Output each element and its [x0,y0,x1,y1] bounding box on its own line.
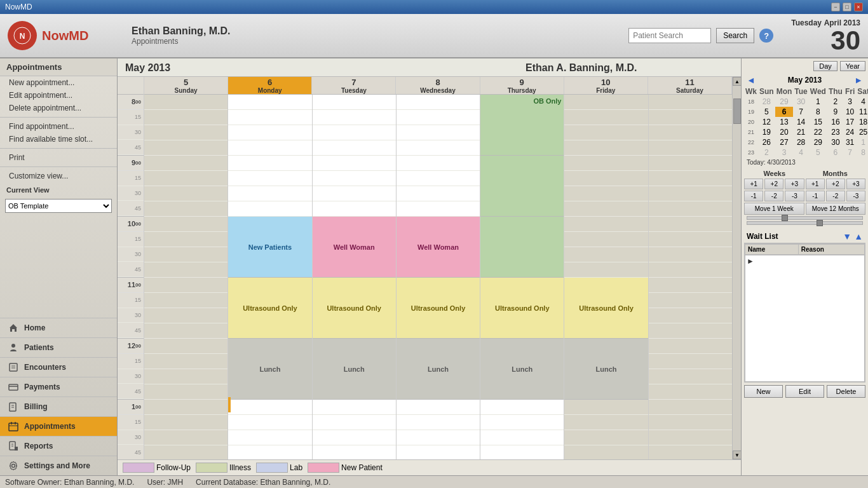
mini-cal-may6-today[interactable]: 6 [775,107,794,117]
months-plus1-btn[interactable]: +1 [806,179,825,189]
weeks-plus2-btn[interactable]: +2 [764,179,783,189]
tuesday-well-woman-block[interactable]: Well Woman [313,217,396,277]
weeks-minus3-btn[interactable]: -3 [785,191,804,201]
sidebar-item-encounters[interactable]: Encounters [0,357,117,377]
move-1-week-btn[interactable]: Move 1 Week [744,203,804,215]
sidebar-item-settings[interactable]: Settings and More [0,456,117,475]
mini-cal-may30[interactable]: 30 [827,137,844,147]
thursday-lunch-block[interactable]: Lunch [480,339,564,399]
mini-cal-jun6[interactable]: 6 [827,147,844,158]
mini-cal-may22[interactable]: 22 [809,127,827,137]
months-plus2-btn[interactable]: +2 [826,179,845,189]
mini-cal-apr29[interactable]: 29 [775,97,794,107]
weeks-slider-thumb[interactable] [782,215,788,221]
sidebar-item-reports[interactable]: Reports [0,436,117,456]
mini-cal-jun1[interactable]: 1 [856,137,868,147]
monday-ultrasound-block[interactable]: Ultrasound Only [228,278,311,338]
customize-view-menu[interactable]: Customize view... [0,170,117,182]
mini-cal-jun8[interactable]: 8 [856,147,868,158]
current-view-select[interactable]: OB Template [5,199,112,213]
tuesday-lunch-block[interactable]: Lunch [313,339,396,399]
mini-cal-may9[interactable]: 9 [827,107,844,117]
wednesday-lunch-block[interactable]: Lunch [397,339,480,399]
tuesday-12[interactable]: Lunch [313,339,396,400]
mini-cal-may13[interactable]: 13 [775,117,794,127]
mini-cal-may18[interactable]: 18 [856,117,868,127]
scroll-thumb[interactable] [733,98,741,124]
mini-cal-may26[interactable]: 26 [758,137,775,147]
thursday-11[interactable]: Ultrasound Only [480,278,564,339]
sidebar-item-billing[interactable]: Billing [0,396,117,416]
print-menu[interactable]: Print [0,151,117,164]
wednesday-11[interactable]: Ultrasound Only [397,278,480,339]
mini-cal-jun4[interactable]: 4 [793,147,808,158]
sidebar-item-appointments[interactable]: Appointments [0,416,117,436]
wait-list-down-arrow[interactable]: ▼ [843,231,851,241]
thursday-8[interactable]: OB Only [480,95,564,156]
months-slider-thumb[interactable] [817,220,823,226]
mini-cal-may1[interactable]: 1 [809,97,827,107]
mini-cal-may25[interactable]: 25 [856,127,868,137]
find-timeslot-menu[interactable]: Find available time slot... [0,133,117,146]
scroll-down-btn[interactable]: ▼ [733,451,741,459]
months-minus3-btn[interactable]: -3 [846,191,865,201]
mini-cal-may16[interactable]: 16 [827,117,844,127]
thursday-ultrasound-block[interactable]: Ultrasound Only [480,278,564,338]
mini-cal-may11[interactable]: 11 [856,107,868,117]
wait-list-edit-btn[interactable]: Edit [785,385,824,398]
delete-appointment-menu[interactable]: Delete appointment... [0,102,117,114]
mini-cal-may14[interactable]: 14 [793,117,808,127]
mini-cal-may2[interactable]: 2 [827,97,844,107]
mini-cal-may17[interactable]: 17 [844,117,856,127]
day-btn[interactable]: Day [813,61,837,71]
tuesday-11[interactable]: Ultrasound Only [313,278,396,339]
tuesday-ultrasound-block[interactable]: Ultrasound Only [313,278,396,338]
mini-cal-may20[interactable]: 20 [775,127,794,137]
sidebar-item-payments[interactable]: Payments [0,377,117,396]
scroll-up-btn[interactable]: ▲ [733,77,741,86]
weeks-minus2-btn[interactable]: -2 [764,191,783,201]
wait-list-new-btn[interactable]: New [744,385,783,398]
mini-cal-may23[interactable]: 23 [827,127,844,137]
mini-cal-may7[interactable]: 7 [793,107,808,117]
mini-cal-may24[interactable]: 24 [844,127,856,137]
months-minus2-btn[interactable]: -2 [826,191,845,201]
year-btn[interactable]: Year [840,61,865,71]
months-minus1-btn[interactable]: -1 [806,191,825,201]
monday-11[interactable]: Ultrasound Only [228,278,311,339]
mini-cal-may28[interactable]: 28 [793,137,808,147]
monday-12[interactable]: Lunch [228,339,311,400]
sidebar-item-home[interactable]: Home [0,318,117,337]
mini-cal-apr30[interactable]: 30 [793,97,808,107]
wednesday-ultrasound-block[interactable]: Ultrasound Only [397,278,480,338]
wait-list-delete-btn[interactable]: Delete [827,385,865,398]
thursday-12[interactable]: Lunch [480,339,564,400]
wednesday-12[interactable]: Lunch [397,339,480,400]
wait-list-up-arrow[interactable]: ▲ [854,231,863,241]
mini-cal-may4[interactable]: 4 [856,97,868,107]
thursday-ob-only-block[interactable]: OB Only [480,95,564,155]
patient-search-input[interactable] [628,28,711,43]
find-appointment-menu[interactable]: Find appointment... [0,120,117,133]
mini-cal-may3[interactable]: 3 [844,97,856,107]
friday-11[interactable]: Ultrasound Only [564,278,648,339]
mini-cal-may29[interactable]: 29 [809,137,827,147]
maximize-btn[interactable]: □ [843,3,851,11]
tuesday-10[interactable]: Well Woman [313,217,396,278]
mini-cal-may19[interactable]: 19 [758,127,775,137]
mini-cal-jun3[interactable]: 3 [775,147,794,158]
thursday-10[interactable] [480,217,564,278]
mini-cal-jun2[interactable]: 2 [758,147,775,158]
thursday-9[interactable] [480,156,564,217]
new-appointment-menu[interactable]: New appointment... [0,76,117,89]
mini-cal-may8[interactable]: 8 [809,107,827,117]
search-button[interactable]: Search [716,28,754,43]
weeks-plus3-btn[interactable]: +3 [785,179,804,189]
mini-cal-may27[interactable]: 27 [775,137,794,147]
weeks-minus1-btn[interactable]: -1 [744,191,763,201]
wednesday-10[interactable]: Well Woman [397,217,480,278]
monday-10[interactable]: New Patients [228,217,311,278]
mini-cal-may5[interactable]: 5 [758,107,775,117]
friday-ultrasound-block[interactable]: Ultrasound Only [564,278,648,338]
calendar-scrollbar[interactable]: ▲ ▼ [732,77,741,459]
